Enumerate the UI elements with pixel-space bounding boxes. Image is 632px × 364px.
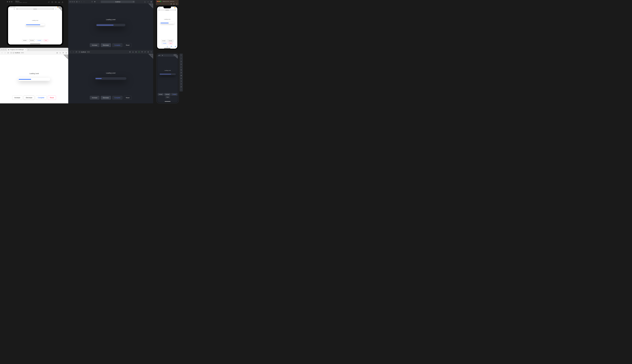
home-icon[interactable]: [58, 1, 60, 3]
reset-button[interactable]: Reset: [124, 96, 132, 100]
mac-traffic-lights[interactable]: [7, 1, 12, 2]
menu-icon[interactable]: [66, 52, 67, 54]
camera-icon[interactable]: [180, 75, 182, 76]
complete-button[interactable]: Complete: [162, 42, 168, 44]
increase-button[interactable]: Increase: [158, 93, 164, 96]
forward-icon[interactable]: [83, 1, 84, 2]
zoom-icon[interactable]: [180, 78, 182, 79]
increase-button[interactable]: Increase: [12, 96, 22, 100]
extensions-icon[interactable]: [141, 51, 143, 53]
more-icon[interactable]: ⋯: [180, 89, 182, 90]
share-icon[interactable]: [166, 46, 168, 47]
forward-icon[interactable]: [72, 51, 74, 53]
new-tab-icon[interactable]: [148, 1, 149, 2]
reset-button[interactable]: Reset: [165, 96, 170, 98]
mac-traffic-lights[interactable]: [157, 1, 161, 2]
reader-icon[interactable]: AA: [158, 10, 160, 10]
record-icon[interactable]: [55, 1, 56, 3]
new-tab-button[interactable]: +: [27, 48, 30, 51]
address-bar[interactable]: AA localhost: [16, 8, 54, 10]
sidebar-icon[interactable]: [76, 1, 78, 2]
mic-icon[interactable]: [148, 51, 149, 53]
ext1-icon[interactable]: [138, 51, 140, 53]
close-tab-icon[interactable]: ×: [25, 49, 26, 50]
screenshot-icon[interactable]: [52, 1, 53, 3]
tabs-icon[interactable]: [150, 1, 152, 2]
extensions-icon[interactable]: [62, 52, 64, 54]
reading-list-icon[interactable]: [144, 51, 146, 53]
volume-down-icon[interactable]: [180, 66, 182, 68]
reader-icon[interactable]: AA: [16, 8, 18, 9]
increase-button[interactable]: Increase: [22, 39, 28, 42]
back-icon[interactable]: [158, 46, 160, 47]
share-icon[interactable]: [144, 1, 146, 2]
reload-icon[interactable]: [133, 1, 134, 2]
forward-icon[interactable]: [162, 46, 164, 47]
visbug-ext-icon[interactable]: [60, 52, 61, 54]
home-icon[interactable]: [173, 3, 174, 4]
reload-icon[interactable]: [52, 8, 54, 10]
bookmarks-icon[interactable]: [171, 46, 172, 47]
reload-icon[interactable]: [76, 51, 77, 53]
decrease-button[interactable]: Decrease: [167, 40, 174, 42]
increase-button[interactable]: Increase: [90, 96, 99, 100]
address-bar[interactable]: AA localhost: [158, 9, 176, 11]
reset-button[interactable]: Reset: [48, 96, 56, 100]
complete-button[interactable]: Complete: [36, 39, 42, 42]
reset-button[interactable]: Reset: [168, 42, 173, 44]
address-bar[interactable]: localhost: [101, 1, 135, 3]
increase-button[interactable]: Increase: [161, 40, 167, 42]
decrease-button[interactable]: Decrease: [24, 96, 34, 100]
decrease-button[interactable]: Decrease: [101, 96, 111, 100]
increase-button[interactable]: Increase: [90, 43, 99, 47]
address-bar[interactable]: localhost:3000: [10, 52, 24, 54]
complete-button[interactable]: Complete: [171, 93, 178, 96]
decrease-button[interactable]: Decrease: [101, 43, 111, 47]
sidebar-icon[interactable]: [14, 8, 15, 10]
share-icon[interactable]: [176, 3, 177, 4]
site-info-icon[interactable]: [13, 52, 14, 54]
install-icon[interactable]: [129, 51, 131, 53]
reset-button[interactable]: Reset: [44, 39, 48, 42]
menu-icon[interactable]: [150, 51, 152, 53]
forward-icon[interactable]: [4, 52, 6, 54]
complete-button[interactable]: Complete: [112, 43, 122, 47]
minimize-icon[interactable]: −: [181, 58, 182, 59]
browser-tab[interactable]: ◧ Progress | GUI Challenges ×: [7, 48, 27, 51]
mac-traffic-lights[interactable]: [1, 49, 6, 50]
address-bar[interactable]: localhost:3000: [78, 51, 90, 53]
reload-icon[interactable]: [175, 10, 176, 10]
site-info-icon[interactable]: [78, 51, 80, 53]
share-icon[interactable]: [132, 51, 134, 53]
shield-icon[interactable]: [10, 52, 12, 54]
back-icon[interactable]: [9, 8, 10, 10]
decrease-button[interactable]: Decrease: [164, 93, 170, 96]
mac-traffic-lights[interactable]: [70, 1, 75, 2]
complete-button[interactable]: Complete: [36, 96, 46, 100]
nav-home-icon[interactable]: [180, 84, 182, 84]
back-icon[interactable]: [1, 52, 3, 54]
star-icon[interactable]: [56, 52, 58, 54]
svg-rect-19: [171, 4, 172, 4]
power-icon[interactable]: [180, 61, 182, 62]
forward-icon[interactable]: [12, 8, 13, 10]
back-icon[interactable]: [70, 51, 71, 53]
reload-icon[interactable]: [7, 52, 9, 54]
reset-button[interactable]: Reset: [124, 43, 132, 47]
complete-button[interactable]: Complete: [112, 96, 122, 100]
volume-up-icon[interactable]: [180, 64, 182, 65]
back-icon[interactable]: [81, 1, 82, 2]
pin-icon[interactable]: [48, 1, 50, 3]
decrease-button[interactable]: Decrease: [29, 39, 35, 42]
close-icon[interactable]: ×: [181, 54, 182, 56]
tabs-icon[interactable]: [175, 46, 176, 47]
appearance-icon[interactable]: [94, 1, 96, 3]
nav-overview-icon[interactable]: [180, 86, 182, 87]
rotate-right-icon[interactable]: [180, 72, 182, 73]
star-icon[interactable]: [135, 51, 137, 53]
nav-back-icon[interactable]: [180, 81, 182, 82]
share-icon[interactable]: [62, 1, 63, 3]
shield-icon[interactable]: [92, 1, 93, 3]
rotate-left-icon[interactable]: [180, 70, 182, 70]
screenshot-icon[interactable]: [170, 3, 172, 4]
